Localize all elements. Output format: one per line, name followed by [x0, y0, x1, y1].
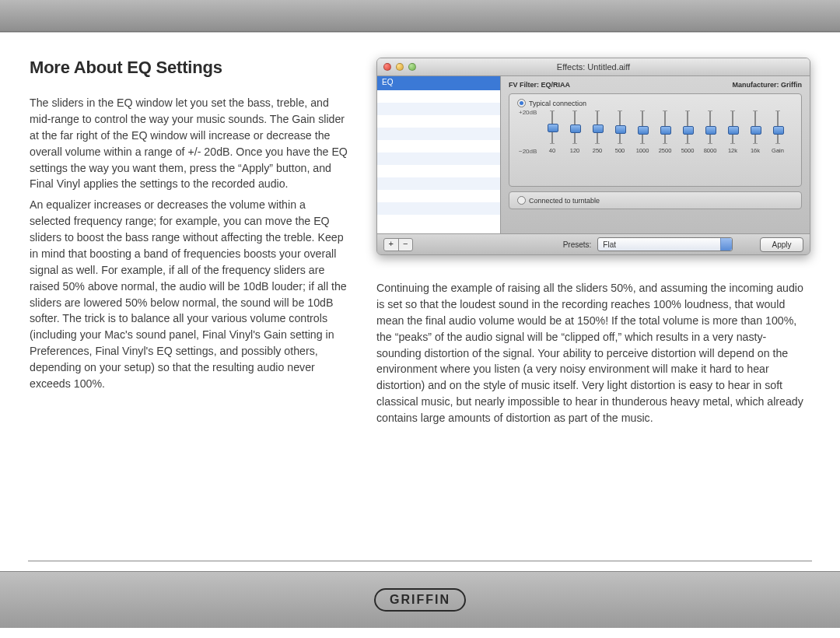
- window-title: Effects: Untitled.aiff: [377, 62, 810, 72]
- manufacturer-label: Manufacturer: Griffin: [732, 81, 802, 89]
- freq-label: 40: [549, 147, 555, 154]
- apply-button[interactable]: Apply: [760, 237, 803, 252]
- slider-knob[interactable]: [638, 126, 649, 135]
- eq-slider-250[interactable]: 250: [590, 110, 604, 154]
- slider-knob[interactable]: [570, 124, 581, 133]
- body-paragraph: An equalizer increases or decreases the …: [30, 197, 348, 392]
- body-paragraph: Continuing the example of raising all th…: [376, 280, 810, 426]
- eq-slider-8000[interactable]: 8000: [703, 110, 717, 154]
- add-remove-group[interactable]: + −: [383, 238, 413, 251]
- eq-panel: Typical connection +20dB −20dB 401202505…: [509, 93, 802, 187]
- freq-label: 120: [570, 147, 580, 154]
- eq-slider-2500[interactable]: 2500: [658, 110, 672, 154]
- slider-knob[interactable]: [683, 126, 694, 135]
- freq-label: 8000: [704, 147, 717, 154]
- db-scale-top: +20dB: [519, 109, 537, 116]
- filter-label: FV Filter: EQ/RIAA: [509, 81, 570, 89]
- radio-label: Typical connection: [529, 100, 586, 107]
- eq-slider-500[interactable]: 500: [613, 110, 627, 154]
- eq-slider-12k[interactable]: 12k: [726, 110, 740, 154]
- eq-slider-Gain[interactable]: Gain: [771, 110, 785, 154]
- eq-slider-1000[interactable]: 1000: [635, 110, 649, 154]
- window-titlebar[interactable]: Effects: Untitled.aiff: [377, 58, 810, 76]
- minimize-icon[interactable]: [396, 63, 404, 71]
- preset-selected-value: Flat: [603, 240, 616, 249]
- effects-window: Effects: Untitled.aiff EQ FV Filter: EQ/…: [376, 58, 810, 255]
- slider-knob[interactable]: [728, 126, 739, 135]
- freq-label: 1000: [636, 147, 649, 154]
- slider-knob[interactable]: [615, 125, 626, 134]
- freq-label: 250: [593, 147, 603, 154]
- sidebar-item-eq[interactable]: EQ: [377, 76, 500, 90]
- slider-knob[interactable]: [660, 126, 671, 135]
- eq-slider-120[interactable]: 120: [568, 110, 582, 154]
- footer-bar: GRIFFIN: [0, 571, 840, 628]
- zoom-icon[interactable]: [408, 63, 416, 71]
- freq-label: Gain: [772, 147, 784, 154]
- add-button[interactable]: +: [384, 239, 399, 251]
- presets-label: Presets:: [563, 240, 592, 249]
- db-scale-bottom: −20dB: [519, 148, 537, 155]
- body-paragraph: The sliders in the EQ window let you set…: [30, 95, 348, 192]
- effects-sidebar[interactable]: EQ: [377, 76, 501, 233]
- page-title: More About EQ Settings: [30, 58, 348, 78]
- close-icon[interactable]: [383, 63, 391, 71]
- eq-slider-40[interactable]: 40: [545, 110, 559, 154]
- header-bar: [0, 0, 840, 32]
- freq-label: 5000: [681, 147, 695, 154]
- eq-slider-16k[interactable]: 16k: [748, 110, 762, 154]
- brand-logo: GRIFFIN: [374, 588, 466, 612]
- slider-knob[interactable]: [705, 126, 716, 135]
- remove-button[interactable]: −: [399, 239, 413, 251]
- freq-label: 16k: [751, 147, 760, 154]
- slider-knob[interactable]: [773, 126, 784, 135]
- eq-slider-5000[interactable]: 5000: [681, 110, 695, 154]
- footer-separator: [28, 560, 812, 562]
- radio-typical-connection[interactable]: [517, 99, 526, 107]
- radio-connected-turntable[interactable]: [517, 196, 526, 205]
- freq-label: 2500: [659, 147, 672, 154]
- slider-knob[interactable]: [751, 126, 761, 135]
- slider-knob[interactable]: [593, 124, 604, 133]
- freq-label: 12k: [728, 147, 737, 154]
- radio-label: Connected to turntable: [529, 197, 600, 205]
- presets-dropdown[interactable]: Flat: [597, 237, 733, 251]
- freq-label: 500: [615, 147, 625, 154]
- slider-knob[interactable]: [548, 124, 558, 132]
